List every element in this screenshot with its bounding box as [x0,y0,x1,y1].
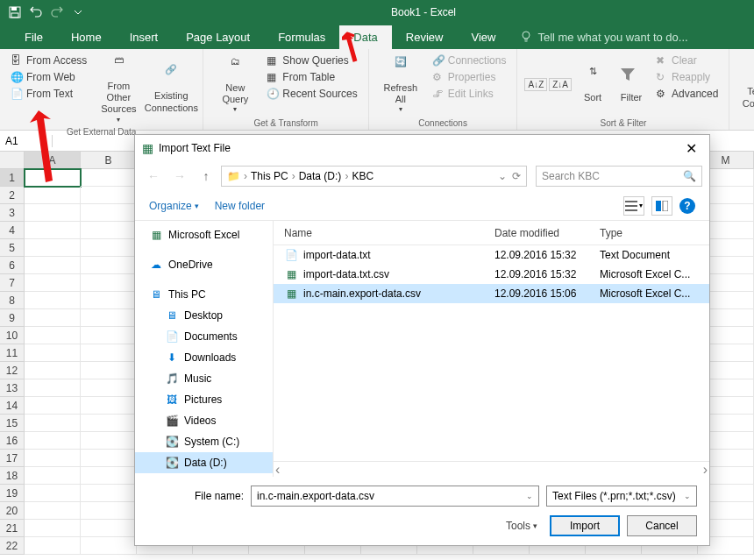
row-header[interactable]: 18 [0,467,25,485]
row-header[interactable]: 8 [0,292,25,309]
breadcrumb-item[interactable]: Data (D:) [299,170,342,182]
cell[interactable] [81,239,137,257]
cell[interactable] [25,327,81,344]
nav-item-onedrive[interactable]: ☁OneDrive [135,254,273,275]
import-button[interactable]: Import [550,515,620,536]
row-header[interactable]: 15 [0,415,25,432]
cell[interactable] [25,467,81,485]
advanced-filter-button[interactable]: ⚙Advanced [652,86,722,102]
new-folder-button[interactable]: New folder [215,200,265,212]
refresh-all-button[interactable]: 🔄Refresh All▾ [376,53,425,117]
cell[interactable] [81,362,137,379]
connections-button[interactable]: 🔗Connections [429,53,510,68]
existing-connections-button[interactable]: 🔗Existing Connections [146,53,196,125]
from-table-button[interactable]: ▦From Table [263,69,360,85]
cell[interactable] [81,520,137,537]
recent-sources-button[interactable]: 🕘Recent Sources [263,86,360,102]
cell[interactable] [25,169,81,187]
name-box[interactable]: A1▾ [0,135,53,147]
cell[interactable] [81,485,137,502]
row-header[interactable]: 11 [0,344,25,362]
from-text-button[interactable]: 📄From Text [7,86,90,102]
select-all-button[interactable] [0,152,25,169]
clear-filter-button[interactable]: ✖Clear [652,53,722,68]
undo-button[interactable] [26,3,46,22]
row-header[interactable]: 14 [0,397,25,415]
from-web-button[interactable]: 🌐From Web [7,69,90,85]
tab-file[interactable]: File [11,25,57,49]
cell[interactable] [25,274,81,292]
nav-item-pictures[interactable]: 🖼Pictures [135,389,273,410]
cell[interactable] [81,537,137,555]
chevron-down-icon[interactable]: ⌄ [498,170,507,182]
row-header[interactable]: 16 [0,432,25,450]
filter-button[interactable]: Filter [614,53,649,117]
sort-button[interactable]: ⇅Sort [575,53,610,117]
cell[interactable] [81,397,137,415]
cell[interactable] [81,379,137,397]
new-query-button[interactable]: 🗂New Query▾ [210,53,260,117]
cancel-button[interactable]: Cancel [627,515,697,536]
cell[interactable] [81,222,137,239]
nav-item-music[interactable]: 🎵Music [135,368,273,389]
row-header[interactable]: 12 [0,362,25,379]
tab-review[interactable]: Review [392,25,458,49]
tab-data[interactable]: Data [339,25,391,49]
edit-links-button[interactable]: 🖇Edit Links [429,86,510,102]
row-header[interactable]: 10 [0,327,25,344]
cell[interactable] [81,467,137,485]
row-header[interactable]: 21 [0,520,25,537]
cell[interactable] [81,432,137,450]
cell[interactable] [25,292,81,309]
cell[interactable] [81,169,137,187]
cell[interactable] [25,485,81,502]
tell-me-input[interactable]: Tell me what you want to do... [509,25,698,49]
cell[interactable] [25,415,81,432]
cell[interactable] [25,537,81,555]
cell[interactable] [25,432,81,450]
from-other-sources-button[interactable]: 🗃From Other Sources▾ [94,53,143,125]
horizontal-scrollbar[interactable]: ‹› [274,461,709,477]
header-date[interactable]: Date modified [494,227,600,239]
cell[interactable] [25,397,81,415]
cell[interactable] [25,187,81,204]
up-button[interactable]: ↑ [195,165,217,188]
tab-formulas[interactable]: Formulas [264,25,339,49]
nav-item-excel[interactable]: ▦Microsoft Excel [135,224,273,245]
file-list-headers[interactable]: Name Date modified Type [274,221,709,245]
tab-view[interactable]: View [457,25,509,49]
row-header[interactable]: 4 [0,222,25,239]
cell[interactable] [81,309,137,327]
properties-button[interactable]: ⚙Properties [429,69,510,85]
row-header[interactable]: 1 [0,169,25,187]
breadcrumb-item[interactable]: KBC [352,170,373,182]
sort-za-button[interactable]: Z↓A [549,78,572,91]
row-header[interactable]: 13 [0,379,25,397]
cell[interactable] [25,502,81,520]
filename-input[interactable]: in.c-main.export-data.csv⌄ [251,486,539,507]
search-input[interactable]: Search KBC 🔍 [536,166,702,187]
qat-customize[interactable] [68,3,88,22]
header-name[interactable]: Name [274,227,494,239]
tools-button[interactable]: Tools ▾ [506,520,537,532]
row-header[interactable]: 6 [0,257,25,274]
close-button[interactable]: ✕ [680,138,702,159]
file-row[interactable]: 📄import-data.txt12.09.2016 15:32Text Doc… [274,245,709,265]
column-header[interactable]: A [25,152,81,169]
nav-item-system-c[interactable]: 💽System (C:) [135,431,273,452]
row-header[interactable]: 2 [0,187,25,204]
file-row[interactable]: ▦import-data.txt.csv12.09.2016 15:32Micr… [274,265,709,284]
view-details-button[interactable]: ▾ [623,196,644,216]
show-queries-button[interactable]: ▦Show Queries [263,53,360,68]
preview-pane-button[interactable] [651,196,672,216]
cell[interactable] [25,239,81,257]
back-button[interactable]: ← [142,165,165,188]
row-header[interactable]: 20 [0,502,25,520]
cell[interactable] [25,362,81,379]
row-header[interactable]: 5 [0,239,25,257]
tab-page-layout[interactable]: Page Layout [172,25,264,49]
breadcrumb[interactable]: 📁 › This PC › Data (D:) › KBC ⌄⟳ [221,166,527,187]
nav-item-data-d[interactable]: 💽Data (D:) [135,452,273,473]
cell[interactable] [25,450,81,467]
breadcrumb-item[interactable]: This PC [251,170,288,182]
